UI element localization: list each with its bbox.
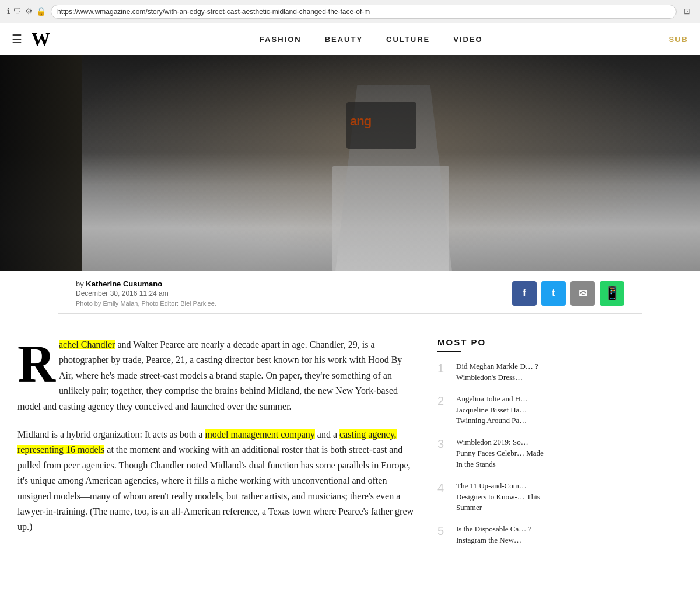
article-byline: by Katherine Cusumano <box>76 279 216 288</box>
article-date: December 30, 2016 11:24 am <box>76 289 216 298</box>
lock-icon: 🔒 <box>36 6 46 16</box>
share-email[interactable]: ✉ <box>570 281 595 306</box>
sidebar-text-4: The 11 Up-and-Com… Designers to Know-… T… <box>456 481 545 514</box>
sidebar-rank-2: 2 <box>438 394 450 408</box>
sidebar-divider <box>438 351 461 352</box>
browser-menu-icon[interactable]: ⊡ <box>681 4 693 19</box>
content-wrapper: R achel Chandler and Walter Pearce are n… <box>0 314 700 580</box>
highlight-model-management: model management company <box>205 429 314 439</box>
navigation: ☰ W FASHION BEAUTY CULTURE VIDEO SUB <box>0 23 700 55</box>
sidebar-item-4[interactable]: 4 The 11 Up-and-Com… Designers to Know-…… <box>438 481 545 514</box>
nav-culture[interactable]: CULTURE <box>386 34 430 44</box>
sidebar-rank-3: 3 <box>438 437 450 451</box>
url-bar[interactable]: https://www.wmagazine.com/story/with-an-… <box>51 5 677 19</box>
nav-video[interactable]: VIDEO <box>453 34 482 44</box>
share-whatsapp[interactable]: 📱 <box>600 281 624 306</box>
url-text: https://www.wmagazine.com/story/with-an-… <box>57 8 370 16</box>
hero-image-mock: ang <box>0 55 700 271</box>
sidebar-rank-5: 5 <box>438 524 450 538</box>
sidebar-rank-4: 4 <box>438 481 450 495</box>
sidebar-text-1: Did Meghan Markle D… ?Wimbledon's Dress… <box>456 361 545 383</box>
nav-fashion[interactable]: FASHION <box>260 34 302 44</box>
author-link[interactable]: Katherine Cusumano <box>86 279 162 288</box>
sidebar-title: MOST PO <box>438 337 545 347</box>
sidebar-text-2: Angelina Jolie and H… Jacqueline Bisset … <box>456 394 545 427</box>
article-meta: by Katherine Cusumano December 30, 2016 … <box>76 279 216 307</box>
share-twitter[interactable]: t <box>541 281 566 306</box>
sidebar-rank-1: 1 <box>438 361 450 375</box>
paragraph-2: Midland is a hybrid organization: It act… <box>18 427 414 535</box>
browser-chrome: ℹ 🛡 ⚙ 🔒 https://www.wmagazine.com/story/… <box>0 0 700 23</box>
sidebar-item-2[interactable]: 2 Angelina Jolie and H… Jacqueline Bisse… <box>438 394 545 427</box>
article-body: R achel Chandler and Walter Pearce are n… <box>0 326 432 568</box>
sidebar-item-1[interactable]: 1 Did Meghan Markle D… ?Wimbledon's Dres… <box>438 361 545 383</box>
info-icon: ℹ <box>7 6 10 16</box>
hero-image: ang <box>0 55 700 271</box>
share-buttons: f t ✉ 📱 <box>512 281 624 306</box>
site-logo[interactable]: W <box>32 29 50 50</box>
paragraph-1-text: achel Chandler and Walter Pearce are nea… <box>18 340 402 411</box>
drop-cap: R <box>18 342 55 387</box>
share-facebook[interactable]: f <box>512 281 537 306</box>
subscribe-link[interactable]: SUB <box>669 35 688 44</box>
browser-security-icons: ℹ 🛡 ⚙ 🔒 <box>7 6 46 16</box>
photo-credit: Photo by Emily Malan, Photo Editor: Biel… <box>76 300 216 307</box>
highlight-rachel-chandler: achel Chandler <box>59 340 115 349</box>
settings-icon: ⚙ <box>25 6 33 16</box>
article-meta-bar: by Katherine Cusumano December 30, 2016 … <box>58 271 642 313</box>
sidebar-text-5: Is the Disposable Ca… ?Instagram the New… <box>456 524 545 546</box>
sidebar-item-3[interactable]: 3 Wimbledon 2019: So… Funny Faces Celebr… <box>438 437 545 470</box>
nav-links: FASHION BEAUTY CULTURE VIDEO <box>74 34 669 44</box>
byline-prefix: by <box>76 279 84 288</box>
hamburger-menu[interactable]: ☰ <box>12 32 22 46</box>
paragraph-1: R achel Chandler and Walter Pearce are n… <box>18 337 414 414</box>
shield-icon: 🛡 <box>13 7 22 16</box>
sidebar: MOST PO 1 Did Meghan Markle D… ?Wimbledo… <box>432 326 554 568</box>
sidebar-text-3: Wimbledon 2019: So… Funny Faces Celebr… … <box>456 437 545 470</box>
nav-beauty[interactable]: BEAUTY <box>325 34 363 44</box>
sidebar-item-5[interactable]: 5 Is the Disposable Ca… ?Instagram the N… <box>438 524 545 546</box>
